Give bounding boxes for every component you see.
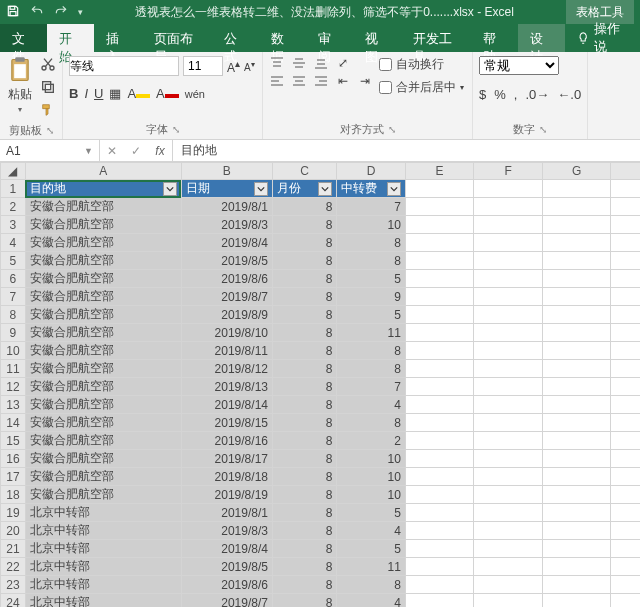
- align-bottom-icon[interactable]: [313, 56, 329, 70]
- cell[interactable]: 2019/8/1: [181, 198, 272, 216]
- tab-view[interactable]: 视图: [353, 24, 400, 52]
- increase-indent-icon[interactable]: ⇥: [357, 74, 373, 88]
- cell[interactable]: 安徽合肥航空部: [25, 234, 181, 252]
- row-header[interactable]: 16: [1, 450, 26, 468]
- cell[interactable]: 安徽合肥航空部: [25, 432, 181, 450]
- copy-icon[interactable]: [40, 79, 56, 98]
- cell[interactable]: 日期: [181, 180, 272, 198]
- chevron-down-icon[interactable]: ▼: [84, 146, 93, 156]
- border-button[interactable]: ▦: [109, 86, 121, 101]
- cell[interactable]: [474, 576, 543, 594]
- tab-data[interactable]: 数据: [259, 24, 306, 52]
- cell[interactable]: [611, 360, 640, 378]
- cut-icon[interactable]: [40, 56, 56, 75]
- row-header[interactable]: 11: [1, 360, 26, 378]
- cell[interactable]: [542, 486, 611, 504]
- cell[interactable]: [611, 432, 640, 450]
- cell[interactable]: [611, 576, 640, 594]
- cell[interactable]: 安徽合肥航空部: [25, 486, 181, 504]
- cell[interactable]: [474, 522, 543, 540]
- dialog-launcher-icon[interactable]: ⤡: [172, 124, 180, 135]
- cell[interactable]: [405, 540, 474, 558]
- tab-page-layout[interactable]: 页面布局: [142, 24, 212, 52]
- cell[interactable]: [405, 450, 474, 468]
- cell[interactable]: [611, 396, 640, 414]
- decrease-indent-icon[interactable]: ⇤: [335, 74, 351, 88]
- cell[interactable]: [474, 414, 543, 432]
- cell[interactable]: 8: [337, 342, 406, 360]
- select-all-corner[interactable]: ◢: [1, 163, 26, 180]
- phonetic-button[interactable]: wén: [185, 88, 205, 100]
- cell[interactable]: [474, 324, 543, 342]
- cell[interactable]: 8: [272, 324, 336, 342]
- cell[interactable]: [405, 468, 474, 486]
- cell[interactable]: 8: [272, 558, 336, 576]
- row-header[interactable]: 9: [1, 324, 26, 342]
- cell[interactable]: [611, 450, 640, 468]
- save-icon[interactable]: [6, 4, 20, 21]
- cell[interactable]: [405, 216, 474, 234]
- tab-review[interactable]: 审阅: [306, 24, 353, 52]
- cell[interactable]: [611, 180, 640, 198]
- cell[interactable]: 北京中转部: [25, 540, 181, 558]
- fill-color-button[interactable]: A: [127, 86, 150, 101]
- cell[interactable]: [405, 486, 474, 504]
- tab-insert[interactable]: 插入: [94, 24, 141, 52]
- cell[interactable]: 8: [272, 270, 336, 288]
- cell[interactable]: 2019/8/5: [181, 252, 272, 270]
- cell[interactable]: [542, 414, 611, 432]
- align-center-icon[interactable]: [291, 74, 307, 88]
- tab-help[interactable]: 帮助: [471, 24, 518, 52]
- cell[interactable]: [542, 288, 611, 306]
- cell[interactable]: [405, 234, 474, 252]
- row-header[interactable]: 14: [1, 414, 26, 432]
- cell[interactable]: 8: [272, 360, 336, 378]
- cell[interactable]: [611, 486, 640, 504]
- row-header[interactable]: 15: [1, 432, 26, 450]
- cell[interactable]: [542, 252, 611, 270]
- cell[interactable]: 2019/8/3: [181, 522, 272, 540]
- cell[interactable]: [405, 270, 474, 288]
- filter-dropdown-icon[interactable]: [163, 182, 177, 196]
- tab-file[interactable]: 文件: [0, 24, 47, 52]
- cell[interactable]: [611, 270, 640, 288]
- cell[interactable]: 安徽合肥航空部: [25, 198, 181, 216]
- cell[interactable]: [405, 288, 474, 306]
- cell[interactable]: 2019/8/18: [181, 468, 272, 486]
- cell[interactable]: [405, 594, 474, 608]
- cell[interactable]: 安徽合肥航空部: [25, 270, 181, 288]
- percent-icon[interactable]: %: [494, 87, 506, 102]
- cell[interactable]: [542, 432, 611, 450]
- col-header-F[interactable]: F: [474, 163, 543, 180]
- name-box[interactable]: A1 ▼: [0, 140, 100, 161]
- row-header[interactable]: 12: [1, 378, 26, 396]
- row-header[interactable]: 13: [1, 396, 26, 414]
- cell[interactable]: [611, 342, 640, 360]
- cell[interactable]: [405, 576, 474, 594]
- cell[interactable]: [611, 540, 640, 558]
- cell[interactable]: 目的地: [25, 180, 181, 198]
- number-format-select[interactable]: 常规: [479, 56, 559, 75]
- filter-dropdown-icon[interactable]: [318, 182, 332, 196]
- cell[interactable]: 2019/8/13: [181, 378, 272, 396]
- cell[interactable]: 北京中转部: [25, 522, 181, 540]
- cell[interactable]: 2019/8/9: [181, 306, 272, 324]
- cell[interactable]: 8: [272, 450, 336, 468]
- cell[interactable]: 5: [337, 270, 406, 288]
- cell[interactable]: 5: [337, 306, 406, 324]
- cell[interactable]: 10: [337, 486, 406, 504]
- cell[interactable]: 8: [272, 432, 336, 450]
- align-right-icon[interactable]: [313, 74, 329, 88]
- cell[interactable]: [474, 558, 543, 576]
- fx-icon[interactable]: fx: [148, 144, 172, 158]
- cell[interactable]: [611, 414, 640, 432]
- cell[interactable]: [542, 396, 611, 414]
- cell[interactable]: 安徽合肥航空部: [25, 450, 181, 468]
- cell[interactable]: [474, 306, 543, 324]
- cell[interactable]: 北京中转部: [25, 594, 181, 608]
- cell[interactable]: [542, 324, 611, 342]
- cell[interactable]: 8: [272, 468, 336, 486]
- cell[interactable]: 安徽合肥航空部: [25, 216, 181, 234]
- qat-dropdown-icon[interactable]: ▾: [78, 7, 83, 17]
- cell[interactable]: 10: [337, 468, 406, 486]
